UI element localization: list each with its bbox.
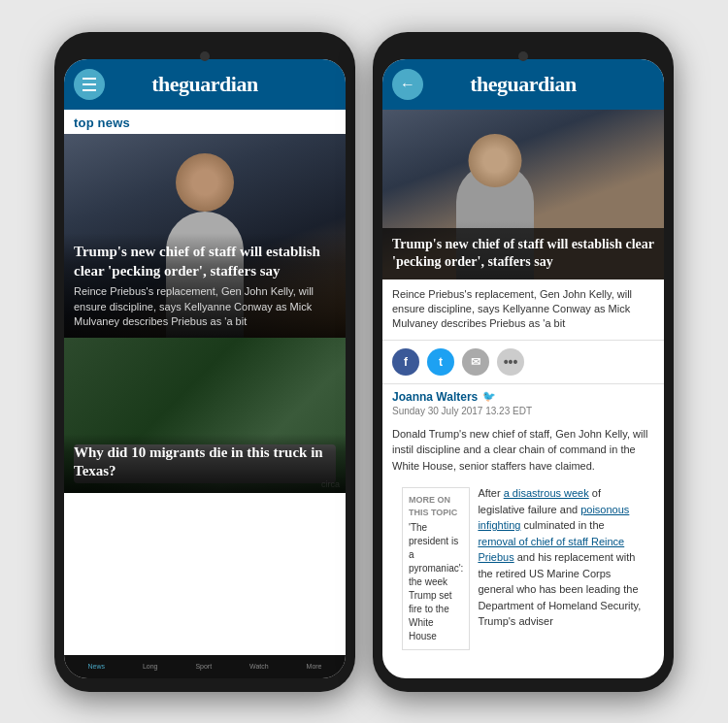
nav-item-watch[interactable]: Watch: [249, 663, 269, 670]
back-button[interactable]: ←: [392, 69, 423, 100]
article-overlay-1: Trump's new chief of staff will establis…: [64, 233, 346, 337]
article-card-1[interactable]: Trump's new chief of staff will establis…: [64, 134, 346, 338]
share-more-button[interactable]: •••: [497, 348, 524, 376]
article-text-post: culminated in the: [520, 519, 604, 531]
article-headline-1: Trump's new chief of staff will establis…: [74, 243, 336, 280]
article-date: Sunday 30 July 2017 13.23 EDT: [382, 406, 664, 422]
nav-item-sport[interactable]: Sport: [195, 663, 212, 670]
logo-suffix: guardian: [179, 72, 258, 96]
phone-1: theguardian top news Trump's new chief o…: [54, 32, 355, 692]
phones-container: theguardian top news Trump's new chief o…: [0, 0, 728, 723]
article-text-inline: After a disastrous week of legislative f…: [478, 481, 654, 656]
share-bar: f t ✉ •••: [382, 341, 664, 384]
article-text-prefix: After: [478, 487, 503, 499]
twitter-icon: 🐦: [482, 390, 496, 403]
related-text: 'The president is a pyromaniac': the wee…: [409, 521, 463, 643]
detail-standfirst: Reince Priebus's replacement, Gen John K…: [382, 279, 664, 341]
detail-headline-overlay: Trump's new chief of staff will establis…: [382, 228, 664, 279]
hamburger-line-3: [83, 89, 96, 91]
nav-item-news[interactable]: News: [87, 663, 105, 670]
author-line: Joanna Walters 🐦: [382, 384, 664, 406]
nav-item-long[interactable]: Long: [143, 663, 158, 670]
phone-2: ← theguardian Trump's new chief of staff…: [373, 32, 674, 692]
share-facebook-button[interactable]: f: [392, 348, 419, 376]
phone-screen-1: theguardian top news Trump's new chief o…: [64, 59, 346, 678]
menu-button[interactable]: [74, 69, 105, 100]
detail-hero: Trump's new chief of staff will establis…: [382, 110, 664, 279]
back-arrow-icon: ←: [400, 77, 415, 92]
guardian-logo-2: theguardian: [470, 72, 576, 97]
phone-screen-2: ← theguardian Trump's new chief of staff…: [382, 59, 664, 678]
article-card-2[interactable]: Why did 10 migrants die in this truck in…: [64, 338, 346, 493]
phone-camera-1: [200, 51, 210, 61]
link-disastrous-week[interactable]: a disastrous week: [504, 487, 589, 499]
detail-body: Reince Priebus's replacement, Gen John K…: [382, 279, 664, 678]
logo-suffix-2: guardian: [497, 72, 577, 96]
guardian-header-1: theguardian: [64, 59, 346, 110]
detail-headline: Trump's new chief of staff will establis…: [392, 236, 654, 271]
article-headline-2: Why did 10 migrants die in this truck in…: [74, 444, 336, 481]
article-overlay-2: Why did 10 migrants die in this truck in…: [64, 434, 346, 493]
share-twitter-button[interactable]: t: [427, 348, 454, 376]
share-email-button[interactable]: ✉: [462, 348, 489, 376]
top-news-label: top news: [64, 110, 346, 134]
logo-prefix: the: [151, 72, 179, 96]
related-box[interactable]: More on this topic 'The president is a p…: [402, 487, 470, 650]
guardian-header-2: ← theguardian: [382, 59, 664, 110]
logo-prefix-2: the: [470, 72, 497, 96]
author-name: Joanna Walters: [392, 390, 478, 404]
article-standfirst-1: Reince Priebus's replacement, Gen John K…: [74, 284, 336, 329]
hamburger-line-2: [83, 83, 96, 85]
nav-item-more[interactable]: More: [307, 663, 322, 670]
article-bottom-section: More on this topic 'The president is a p…: [382, 477, 664, 660]
phone-camera-2: [518, 51, 528, 61]
related-label: More on this topic: [409, 494, 463, 518]
bottom-nav-bar-1: News Long Sport Watch More: [64, 655, 346, 678]
hamburger-line-1: [83, 78, 96, 80]
screen1-content: top news Trump's new chief of staff will…: [64, 110, 346, 655]
guardian-logo-1: theguardian: [151, 72, 257, 97]
article-text-1: Donald Trump's new chief of staff, Gen J…: [382, 422, 664, 478]
